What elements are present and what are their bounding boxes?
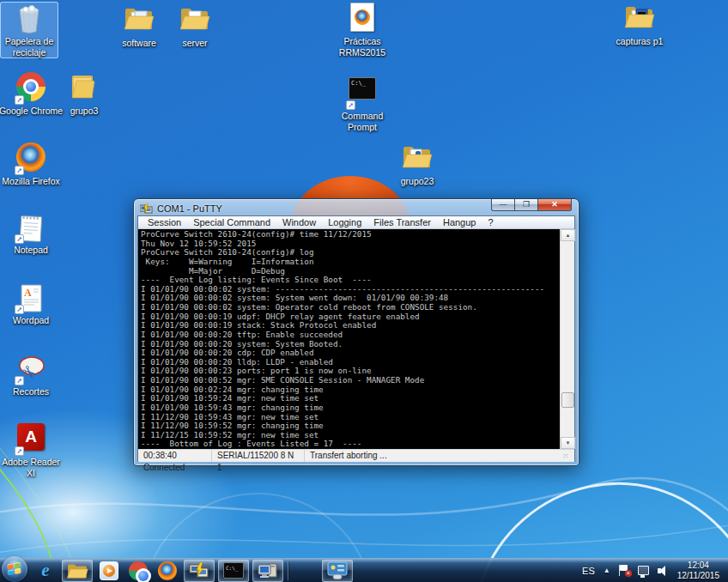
- status-serial: SERIAL/115200 8 N 1: [212, 450, 305, 462]
- terminal-line: I 01/01/90 10:59:43 mgr: changing time: [141, 403, 560, 413]
- shortcut-arrow-icon: ➚: [15, 95, 24, 105]
- menu-item[interactable]: Logging: [322, 216, 367, 228]
- status-transfer: Transfert aborting ...: [305, 450, 562, 462]
- folder-icon: [401, 142, 434, 175]
- menu-item[interactable]: Hangup: [437, 216, 482, 228]
- icon-label: capturas p1: [609, 36, 670, 47]
- icon-label: Prácticas RRMS2015: [331, 36, 393, 58]
- icon-label: Wordpad: [0, 315, 64, 326]
- shortcut-arrow-icon: ➚: [15, 376, 24, 385]
- terminal-line: I 01/01/90 00:00:20 tftp: Enable succeed…: [141, 330, 560, 340]
- terminal-line: Keys: W=Warning I=Information: [141, 258, 560, 267]
- taskbar-command-prompt[interactable]: C:\_: [218, 560, 249, 582]
- desktop-icon-firefox[interactable]: ➚ Mozilla Firefox: [0, 141, 64, 187]
- desktop-icon-notepad[interactable]: ➚ Notepad: [0, 211, 64, 256]
- start-button[interactable]: [2, 556, 27, 582]
- close-button[interactable]: ✕: [537, 199, 572, 211]
- ie-icon: e: [41, 560, 49, 581]
- menu-item[interactable]: Files Transfer: [367, 216, 437, 228]
- hidden-icons-arrow[interactable]: ▲: [604, 567, 610, 574]
- desktop-icon-wordpad[interactable]: A ➚ Wordpad: [0, 282, 64, 326]
- putty-app-icon: [140, 203, 153, 215]
- scroll-up-arrow[interactable]: ▲: [561, 229, 575, 241]
- icon-label: Papelera de reciclaje: [1, 36, 58, 58]
- network-icon[interactable]: [638, 566, 649, 575]
- volume-icon[interactable]: [658, 566, 670, 576]
- chrome-icon: [129, 561, 148, 580]
- menu-item[interactable]: Session: [142, 216, 187, 228]
- scrollbar[interactable]: ▲ ▼: [560, 229, 574, 449]
- icon-label: Google Chrome: [0, 106, 64, 117]
- folder-icon: [179, 4, 211, 37]
- system-tray: ES ▲ ✕ 12:04 12/11/2015: [578, 559, 728, 582]
- terminal-area: ProCurve Switch 2610-24(config)# time 11…: [138, 229, 574, 449]
- desktop[interactable]: Papelera de reciclaje software server P: [0, 0, 728, 582]
- shortcut-arrow-icon: ➚: [15, 234, 24, 244]
- putty-window: COM1 - PuTTY — ❐ ✕ SessionSpecial Comman…: [133, 198, 579, 466]
- adobe-reader-icon: A ➚: [15, 423, 47, 456]
- shortcut-arrow-icon: ➚: [15, 446, 24, 456]
- putty-icon: [189, 562, 209, 579]
- notepad-icon: ➚: [15, 211, 47, 244]
- taskbar: e C:\_: [0, 558, 728, 582]
- desktop-icon-chrome[interactable]: ➚ Google Chrome: [0, 70, 64, 117]
- icon-label: Mozilla Firefox: [0, 176, 64, 187]
- desktop-icon-recortes[interactable]: ✂ ➚ Recortes: [0, 353, 64, 397]
- computer-icon: [258, 562, 278, 579]
- cmd-icon: C:\_: [223, 562, 244, 579]
- tray-clock[interactable]: 12:04 12/11/2015: [677, 561, 719, 580]
- firefox-logo: [355, 9, 370, 25]
- taskbar-putty[interactable]: [184, 560, 215, 582]
- explorer-folder-icon: [66, 561, 88, 580]
- desktop-icon-grupo3[interactable]: grupo3: [55, 72, 113, 117]
- scroll-down-arrow[interactable]: ▼: [561, 437, 575, 449]
- window-body: SessionSpecial CommandWindowLoggingFiles…: [137, 215, 575, 462]
- command-prompt-icon: C:\_ ➚: [346, 77, 379, 110]
- desktop-icon-grupo23[interactable]: grupo23: [386, 142, 448, 187]
- shortcut-arrow-icon: ➚: [15, 166, 24, 175]
- html-document-icon: [346, 3, 379, 35]
- desktop-icon-software[interactable]: software: [110, 4, 168, 49]
- icon-label: grupo3: [55, 106, 113, 117]
- window-title: COM1 - PuTTY: [157, 203, 222, 214]
- firefox-icon: ➚: [15, 142, 47, 175]
- windows-flag-icon: [8, 562, 22, 577]
- icon-label: Notepad: [0, 245, 64, 256]
- maximize-button[interactable]: ❐: [514, 199, 538, 211]
- alert-badge: ✕: [625, 570, 632, 577]
- taskbar-chrome[interactable]: [125, 560, 151, 582]
- minimize-button[interactable]: —: [491, 199, 515, 211]
- resize-grip[interactable]: ⁙: [562, 451, 573, 461]
- action-center-flag-icon[interactable]: ✕: [619, 565, 629, 576]
- desktop-icon-capturas[interactable]: capturas p1: [609, 3, 670, 47]
- status-bar: 00:38:40 Connected SERIAL/115200 8 N 1 T…: [138, 449, 574, 462]
- scrollbar-thumb[interactable]: [561, 392, 574, 408]
- window-titlebar[interactable]: COM1 - PuTTY — ❐ ✕: [134, 199, 579, 215]
- terminal-line: ---- Bottom of Log : Events Listed = 17 …: [141, 440, 560, 449]
- desktop-icon-recycle-bin[interactable]: Papelera de reciclaje: [0, 2, 58, 58]
- status-connected: 00:38:40 Connected: [138, 450, 212, 462]
- folder-icon: [623, 3, 656, 35]
- taskbar-firefox[interactable]: [155, 560, 180, 582]
- wmp-icon: [100, 561, 118, 580]
- menu-item[interactable]: Window: [276, 216, 322, 228]
- desktop-icon-command-prompt[interactable]: C:\_ ➚ Command Prompt: [337, 73, 388, 132]
- taskbar-windows-explorer[interactable]: [62, 560, 93, 582]
- clock-time: 12:04: [677, 561, 719, 571]
- taskbar-media-player[interactable]: [96, 560, 122, 582]
- menu-item[interactable]: ?: [482, 216, 499, 228]
- language-indicator[interactable]: ES: [582, 566, 595, 576]
- desktop-icon-practicas[interactable]: Prácticas RRMS2015: [331, 3, 393, 58]
- folder-icon: [123, 4, 155, 37]
- icon-label: Recortes: [0, 386, 64, 397]
- desktop-icon-adobe[interactable]: A ➚ Adobe Reader XI: [0, 421, 64, 478]
- taskbar-internet-explorer[interactable]: e: [33, 560, 58, 582]
- svg-text:A: A: [24, 287, 32, 299]
- taskbar-settings-window[interactable]: [322, 560, 353, 582]
- desktop-icon-server[interactable]: server: [166, 4, 224, 49]
- firefox-icon: [158, 561, 177, 580]
- terminal-output[interactable]: ProCurve Switch 2610-24(config)# time 11…: [138, 229, 560, 449]
- taskbar-computer[interactable]: [252, 560, 283, 582]
- chrome-icon: ➚: [15, 72, 47, 105]
- menu-item[interactable]: Special Command: [187, 216, 276, 228]
